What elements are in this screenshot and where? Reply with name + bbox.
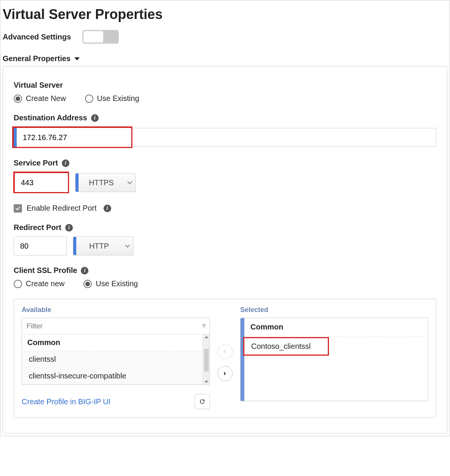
radio-label: Create new — [26, 279, 65, 288]
available-title: Available — [22, 306, 210, 314]
redirect-port-label: Redirect Port — [14, 223, 61, 232]
radio-label: Create New — [26, 94, 66, 103]
service-port-protocol-select[interactable]: HTTPS — [75, 173, 136, 192]
available-item[interactable]: clientssl-insecure-compatible — [22, 368, 209, 385]
chevron-down-icon — [74, 57, 80, 60]
selected-item[interactable]: Contoso_clientssl — [244, 338, 328, 355]
chevron-down-icon — [124, 173, 135, 192]
move-left-button[interactable] — [217, 344, 233, 359]
accent-bar — [241, 318, 244, 401]
available-listbox: Common clientssl clientssl-insecure-comp… — [22, 318, 210, 385]
scrollbar[interactable] — [203, 334, 209, 385]
redirect-port-protocol-select[interactable]: HTTP — [73, 236, 134, 255]
radio-icon — [85, 95, 93, 103]
vs-create-new-radio[interactable]: Create New — [14, 94, 66, 103]
selected-title: Selected — [240, 306, 428, 314]
create-profile-link[interactable]: Create Profile in BIG-IP UI — [22, 397, 110, 406]
info-icon[interactable]: i — [81, 267, 88, 274]
check-icon — [15, 205, 21, 211]
arrow-right-icon — [223, 371, 227, 376]
info-icon[interactable]: i — [91, 114, 99, 122]
service-port-label: Service Port — [14, 159, 58, 167]
section-title: General Properties — [3, 54, 71, 63]
info-icon[interactable]: i — [62, 159, 69, 167]
page-title: Virtual Server Properties — [3, 6, 447, 22]
radio-icon — [14, 280, 22, 288]
scroll-up-icon — [205, 336, 208, 338]
scroll-down-icon — [205, 381, 208, 383]
destination-address-input[interactable] — [17, 128, 131, 147]
radio-icon — [14, 95, 22, 103]
vs-use-existing-radio[interactable]: Use Existing — [85, 94, 139, 103]
refresh-button[interactable] — [195, 394, 210, 409]
ssl-profile-picker: Available Common clientssl clientssl-ins… — [14, 299, 436, 418]
accent-bar — [14, 128, 17, 147]
advanced-settings-toggle[interactable] — [82, 30, 119, 44]
select-value: HTTPS — [79, 173, 124, 192]
general-properties-header[interactable]: General Properties — [3, 54, 447, 63]
enable-redirect-label: Enable Redirect Port — [27, 204, 97, 213]
general-properties-panel: Virtual Server Create New Use Existing D… — [3, 66, 447, 433]
enable-redirect-checkbox[interactable] — [14, 204, 22, 213]
filter-icon[interactable] — [199, 323, 209, 329]
destination-address-label: Destination Address — [14, 113, 87, 122]
arrow-left-icon — [223, 349, 227, 354]
scroll-thumb[interactable] — [204, 349, 209, 372]
client-ssl-profile-label: Client SSL Profile — [14, 266, 77, 275]
advanced-settings-label: Advanced Settings — [3, 33, 71, 41]
selected-group-common: Common — [244, 318, 428, 336]
selected-listbox: Common Contoso_clientssl — [240, 318, 428, 401]
move-right-button[interactable] — [217, 366, 233, 381]
ssl-create-new-radio[interactable]: Create new — [14, 279, 65, 288]
toggle-knob — [83, 31, 103, 43]
info-icon[interactable]: i — [65, 224, 73, 232]
accent-bar — [73, 237, 76, 255]
refresh-icon — [199, 398, 206, 405]
accent-bar — [76, 173, 79, 192]
radio-label: Use Existing — [96, 279, 138, 288]
ssl-use-existing-radio[interactable]: Use Existing — [83, 279, 138, 288]
radio-icon — [83, 280, 92, 288]
available-filter-input[interactable] — [22, 318, 199, 334]
virtual-server-label: Virtual Server — [14, 81, 436, 90]
select-value: HTTP — [76, 237, 122, 255]
chevron-down-icon — [122, 237, 133, 255]
radio-label: Use Existing — [97, 94, 139, 103]
available-group-common: Common — [22, 334, 209, 351]
available-item[interactable]: clientssl — [22, 351, 209, 368]
info-icon[interactable]: i — [104, 205, 111, 212]
